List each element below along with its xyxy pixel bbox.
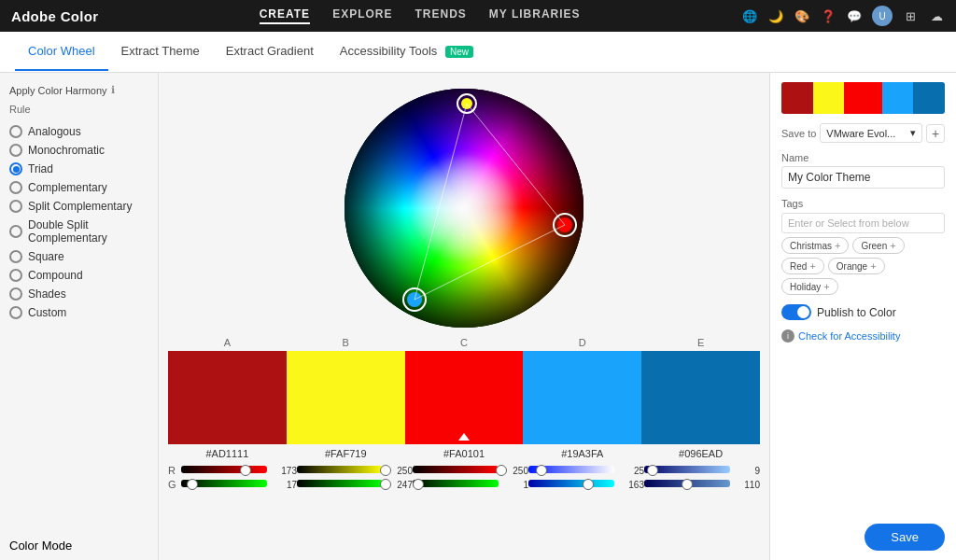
hex-b[interactable]: #FAF719 [287, 448, 405, 459]
toggle-thumb [797, 306, 809, 318]
name-input[interactable] [781, 166, 945, 189]
radio-triad-fill [13, 166, 20, 173]
radio-monochromatic[interactable] [9, 144, 22, 157]
swatch-label-d: D [523, 337, 641, 351]
harmony-shades[interactable]: Shades [9, 285, 148, 303]
slider-r-c[interactable] [413, 466, 499, 475]
slider-g-e[interactable] [644, 480, 730, 489]
color-wheel-svg[interactable] [343, 87, 585, 329]
app-logo: Adobe Color [11, 8, 98, 24]
radio-double-split[interactable] [9, 225, 22, 238]
nav-trends[interactable]: TRENDS [415, 7, 466, 24]
tab-accessibility-tools[interactable]: Accessibility Tools New [327, 33, 486, 71]
tag-red[interactable]: Red + [781, 258, 824, 274]
swatch-e[interactable] [641, 351, 760, 444]
nav-icons: 🌐 🌙 🎨 ❓ 💬 U ⊞ ☁ [741, 6, 945, 26]
harmony-monochromatic[interactable]: Monochromatic [9, 141, 148, 160]
user-avatar[interactable]: U [872, 6, 893, 26]
save-to-dropdown[interactable]: VMware Evol... ▾ [820, 123, 922, 143]
radio-complementary[interactable] [9, 181, 22, 194]
radio-compound[interactable] [9, 269, 22, 282]
publish-row: Publish to Color [781, 304, 945, 320]
slider-r-d[interactable] [528, 466, 614, 475]
tag-christmas[interactable]: Christmas + [781, 237, 849, 254]
radio-custom[interactable] [9, 306, 22, 319]
slider-g-b[interactable] [297, 480, 383, 489]
nav-explore[interactable]: EXPLORE [332, 7, 392, 24]
radio-square[interactable] [9, 250, 22, 263]
swatch-c[interactable] [405, 351, 524, 444]
slider-g-c[interactable] [413, 480, 499, 489]
tags-input[interactable]: Enter or Select from below [781, 213, 945, 233]
tag-orange[interactable]: Orange + [828, 258, 885, 274]
apps-icon[interactable]: ⊞ [902, 7, 919, 24]
slider-group-r-c: 250 [413, 466, 528, 476]
hex-c[interactable]: #FA0101 [405, 448, 524, 459]
harmony-split-complementary[interactable]: Split Complementary [9, 197, 148, 216]
hex-a[interactable]: #AD1111 [168, 448, 287, 459]
active-indicator [458, 433, 470, 441]
swatch-d[interactable] [523, 351, 641, 444]
harmony-complementary[interactable]: Complementary [9, 178, 148, 197]
globe-icon[interactable]: 🌐 [741, 7, 758, 24]
tags-grid: Christmas + Green + Red + Orange + Holid… [781, 237, 945, 295]
tab-extract-theme[interactable]: Extract Theme [108, 33, 213, 71]
accessibility-row: i Check for Accessibility [781, 329, 945, 343]
slider-group-g-d: 163 [528, 480, 644, 490]
preview-swatch-a [781, 82, 813, 114]
new-badge: New [445, 46, 473, 58]
tag-green[interactable]: Green + [852, 237, 904, 254]
color-wheel-container[interactable] [343, 87, 585, 329]
harmony-analogous[interactable]: Analogous [9, 122, 148, 141]
info-icon[interactable]: ℹ [111, 84, 115, 96]
swatch-b[interactable] [287, 351, 405, 444]
tag-plus-orange: + [870, 260, 876, 272]
val-g-d: 163 [618, 480, 644, 490]
slider-group-r-b: 250 [297, 466, 413, 476]
preview-swatch-c [844, 82, 881, 114]
tags-area: Tags Enter or Select from below Christma… [781, 198, 945, 295]
save-button[interactable]: Save [865, 524, 945, 551]
val-g-e: 110 [734, 480, 760, 490]
swatch-labels: A B C D E [168, 337, 760, 351]
preview-swatches [781, 82, 945, 114]
tab-extract-gradient[interactable]: Extract Gradient [213, 33, 327, 71]
hex-d[interactable]: #19A3FA [523, 448, 641, 459]
radio-triad[interactable] [9, 162, 22, 175]
nav-create[interactable]: CREATE [260, 7, 310, 24]
publish-toggle[interactable] [781, 304, 811, 320]
color-wheel-icon[interactable]: 🎨 [794, 7, 810, 24]
slider-r-a[interactable] [181, 466, 267, 475]
harmony-square[interactable]: Square [9, 247, 148, 266]
accessibility-link[interactable]: Check for Accessibility [798, 330, 900, 342]
name-field-row: Name [781, 152, 945, 189]
tag-holiday[interactable]: Holiday + [781, 278, 838, 295]
slider-g-a[interactable] [181, 480, 267, 489]
radio-split-complementary[interactable] [9, 200, 22, 213]
radio-analogous[interactable] [9, 125, 22, 138]
cloud-icon[interactable]: ☁ [928, 7, 945, 24]
slider-r-e[interactable] [644, 466, 730, 475]
harmony-double-split[interactable]: Double Split Complementary [9, 216, 148, 247]
radio-shades[interactable] [9, 287, 22, 301]
slider-r-b[interactable] [297, 466, 383, 475]
harmony-triad[interactable]: Triad [9, 160, 148, 178]
tab-color-wheel[interactable]: Color Wheel [15, 33, 108, 71]
moon-icon[interactable]: 🌙 [767, 7, 784, 24]
main-content: Apply Color Harmony ℹ Rule Analogous Mon… [0, 73, 956, 560]
save-to-add-button[interactable]: + [926, 124, 945, 143]
top-navigation: Adobe Color CREATE EXPLORE TRENDS MY LIB… [0, 0, 956, 32]
nav-libraries[interactable]: MY LIBRARIES [489, 7, 581, 24]
name-label: Name [781, 152, 945, 163]
help-icon[interactable]: ❓ [820, 7, 836, 24]
hex-e[interactable]: #096EAD [641, 448, 760, 459]
slider-group-r: 173 [181, 466, 297, 476]
tag-plus-red: + [809, 260, 815, 272]
chat-icon[interactable]: 💬 [846, 7, 863, 24]
tag-plus-green: + [890, 240, 895, 251]
slider-g-d[interactable] [528, 480, 614, 489]
swatch-a[interactable] [168, 351, 287, 444]
save-to-row: Save to VMware Evol... ▾ + [781, 123, 945, 143]
harmony-compound[interactable]: Compound [9, 266, 148, 285]
harmony-custom[interactable]: Custom [9, 303, 148, 322]
